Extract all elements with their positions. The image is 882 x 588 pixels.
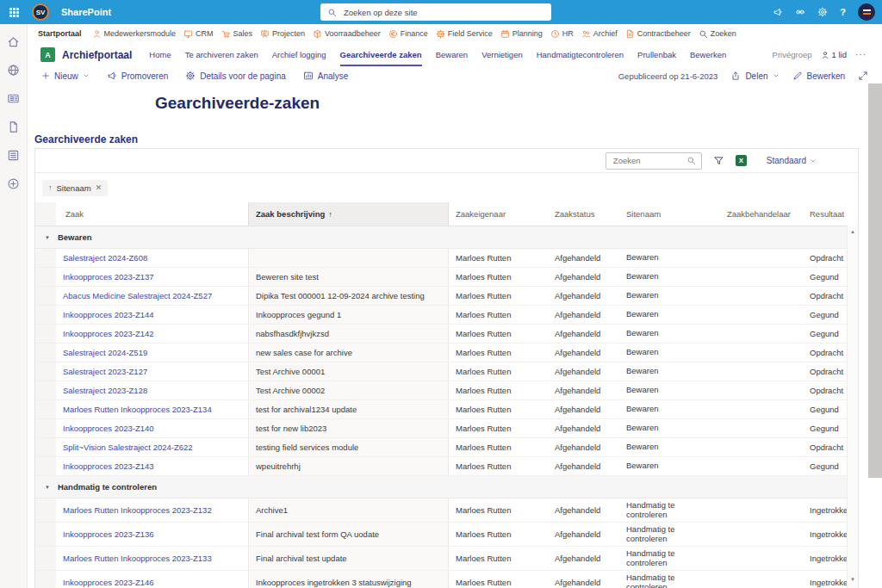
table-row[interactable]: Inkoopproces 2023-Z146Inkoopproces inget…	[35, 571, 848, 588]
case-link[interactable]: Split~Vision Salestraject 2024-Z622	[63, 443, 193, 452]
table-row[interactable]: Salestraject 2023-Z128Test Archive 00002…	[35, 381, 848, 400]
row-selector[interactable]	[35, 571, 56, 588]
site-nav-item-home[interactable]: Home	[149, 43, 171, 66]
account-avatar[interactable]	[858, 3, 875, 21]
appbar-lists-button[interactable]	[7, 149, 20, 162]
new-button[interactable]: Nieuw	[41, 71, 90, 81]
row-selector[interactable]	[35, 362, 56, 381]
table-row[interactable]: Marloes Rutten Inkoopproces 2023-Z133Fin…	[35, 547, 848, 571]
case-link[interactable]: Marloes Rutten Inkoopproces 2023-Z134	[63, 405, 212, 414]
appbar-news-button[interactable]	[7, 92, 20, 105]
list-search-box[interactable]	[606, 152, 702, 170]
suite-nav-item-contractbeheer[interactable]: Contractbeheer	[625, 29, 691, 39]
column-header-resultaat[interactable]: Resultaat	[803, 202, 848, 226]
remove-filter-icon[interactable]: ✕	[96, 183, 102, 192]
case-link[interactable]: Inkoopproces 2023-Z136	[63, 529, 154, 539]
case-link[interactable]: Marloes Rutten Inkoopproces 2023-Z133	[63, 554, 212, 563]
suite-search-input[interactable]	[342, 7, 544, 18]
suite-nav-item-finance[interactable]: Finance	[388, 29, 428, 39]
column-header-beschrijving[interactable]: Zaak beschrijving↑	[248, 202, 449, 226]
group-header-bewaren[interactable]: ▼Bewaren	[35, 226, 848, 249]
row-selector[interactable]	[35, 419, 56, 437]
row-selector[interactable]	[35, 344, 56, 362]
filter-button[interactable]	[713, 155, 724, 166]
site-nav-item-prullenbak[interactable]: Prullenbak	[637, 43, 676, 66]
case-link[interactable]: Salestraject 2023-Z128	[63, 386, 147, 395]
row-selector[interactable]	[35, 268, 56, 286]
table-row[interactable]: Salestraject 2024-Z519new sales case for…	[35, 344, 848, 362]
table-row[interactable]: Salestraject 2024-Z608Marloes RuttenAfge…	[35, 249, 848, 268]
suite-nav-item-hr[interactable]: HR	[550, 29, 574, 39]
share-button[interactable]: Delen	[730, 71, 779, 81]
appbar-addcircle-button[interactable]	[7, 177, 20, 190]
table-row[interactable]: Marloes Rutten Inkoopproces 2023-Z134tes…	[35, 400, 848, 419]
row-selector[interactable]	[35, 381, 56, 399]
case-link[interactable]: Inkoopproces 2023-Z143	[63, 461, 154, 471]
site-nav-item-bewaren[interactable]: Bewaren	[436, 43, 469, 66]
row-selector[interactable]	[35, 438, 56, 456]
suite-nav-item-zoeken[interactable]: Zoeken	[699, 29, 736, 39]
table-row[interactable]: Inkoopproces 2023-Z137Beweren site testM…	[35, 268, 848, 287]
row-selector[interactable]	[35, 400, 56, 418]
list-scrollbar[interactable]: ▲ ▼	[847, 226, 858, 588]
appbar-file-button[interactable]	[7, 121, 20, 133]
case-link[interactable]: Inkoopproces 2023-Z146	[63, 578, 154, 587]
column-header-behandelaar[interactable]: Zaakbehandelaar	[720, 202, 803, 226]
help-button[interactable]: ?	[840, 7, 846, 17]
members-button[interactable]: 1 lid	[821, 50, 847, 59]
list-search-input[interactable]	[612, 155, 683, 166]
row-selector[interactable]	[35, 523, 56, 546]
promote-button[interactable]: Promoveren	[107, 71, 168, 81]
row-selector[interactable]	[35, 249, 56, 267]
case-link[interactable]: Salestraject 2024-Z608	[63, 253, 147, 263]
row-selector[interactable]	[35, 306, 56, 324]
org-logo[interactable]: SV	[32, 3, 49, 21]
suite-nav-item-archief[interactable]: Archief	[581, 29, 618, 39]
suite-nav-item-voorraadbeheer[interactable]: Voorraadbeheer	[313, 29, 381, 39]
settings-button[interactable]	[817, 7, 828, 17]
table-row[interactable]: Inkoopproces 2023-Z144Inkoopproces gegun…	[35, 306, 848, 325]
table-row[interactable]: Split~Vision Salestraject 2024-Z622testi…	[35, 438, 848, 457]
row-selector[interactable]	[35, 547, 56, 570]
site-nav-item-bewerken[interactable]: Bewerken	[690, 43, 726, 66]
app-launcher-button[interactable]	[0, 0, 28, 24]
site-nav-item-handmatigtecontroleren[interactable]: Handmatigtecontroleren	[537, 43, 624, 66]
appbar-globe-button[interactable]	[7, 64, 20, 77]
suite-nav-item-startportaal[interactable]: Startportaal	[38, 29, 82, 38]
group-header-handmatig-te-controleren[interactable]: ▼Handmatig te controleren	[35, 476, 848, 498]
table-row[interactable]: Inkoopproces 2023-Z140test for new lib20…	[35, 419, 848, 438]
more-button[interactable]: ···	[855, 50, 866, 59]
site-nav-item-archief-logging[interactable]: Archief logging	[272, 43, 326, 66]
case-link[interactable]: Inkoopproces 2023-Z142	[63, 329, 154, 338]
site-nav-item-te-archiveren-zaken[interactable]: Te archiveren zaken	[185, 43, 258, 66]
page-scrollbar-thumb[interactable]	[868, 84, 882, 478]
column-header-sitenaam[interactable]: Sitenaam	[619, 202, 720, 226]
view-selector[interactable]: Standaard	[761, 155, 822, 166]
column-header-eigenaar[interactable]: Zaakeigenaar	[449, 202, 548, 226]
site-nav-item-vernietigen[interactable]: Vernietigen	[481, 43, 523, 66]
case-link[interactable]: Salestraject 2024-Z519	[63, 348, 147, 357]
site-nav-item-gearchiveerde-zaken[interactable]: Gearchiveerde zaken	[340, 43, 422, 66]
suite-nav-item-projecten[interactable]: Projecten	[260, 29, 305, 39]
row-selector[interactable]	[35, 325, 56, 343]
suite-nav-item-crm[interactable]: CRM	[183, 29, 214, 39]
announcements-button[interactable]	[773, 7, 783, 17]
table-row[interactable]: Inkoopproces 2023-Z143wpeuitrehrhjMarloe…	[35, 457, 848, 476]
suite-search-box[interactable]	[320, 3, 551, 21]
case-link[interactable]: Marloes Rutten Inkoopproces 2023-Z132	[63, 505, 212, 515]
suite-nav-item-sales[interactable]: Sales	[221, 29, 253, 39]
page-details-button[interactable]: Details voor de pagina	[185, 71, 286, 81]
table-row[interactable]: Inkoopproces 2023-Z136Final archival tes…	[35, 523, 848, 547]
column-header-status[interactable]: Zaakstatus	[548, 202, 619, 226]
scroll-up-icon[interactable]: ▲	[848, 229, 858, 234]
table-row[interactable]: Marloes Rutten Inkoopproces 2023-Z132Arc…	[35, 498, 848, 523]
scroll-down-icon[interactable]: ▼	[848, 577, 858, 582]
table-row[interactable]: Salestraject 2023-Z127Test Archive 00001…	[35, 362, 848, 381]
analytics-button[interactable]: Analyse	[303, 71, 349, 81]
suite-nav-item-field-service[interactable]: Field Service	[436, 29, 493, 39]
edit-button[interactable]: Bewerken	[792, 71, 845, 81]
case-link[interactable]: Inkoopproces 2023-Z137	[63, 272, 154, 282]
sort-filter-pill[interactable]: ↑ Sitenaam ✕	[42, 180, 108, 196]
table-row[interactable]: Abacus Medicine Salestraject 2024-Z527Di…	[35, 287, 848, 306]
case-link[interactable]: Abacus Medicine Salestraject 2024-Z527	[63, 291, 212, 300]
